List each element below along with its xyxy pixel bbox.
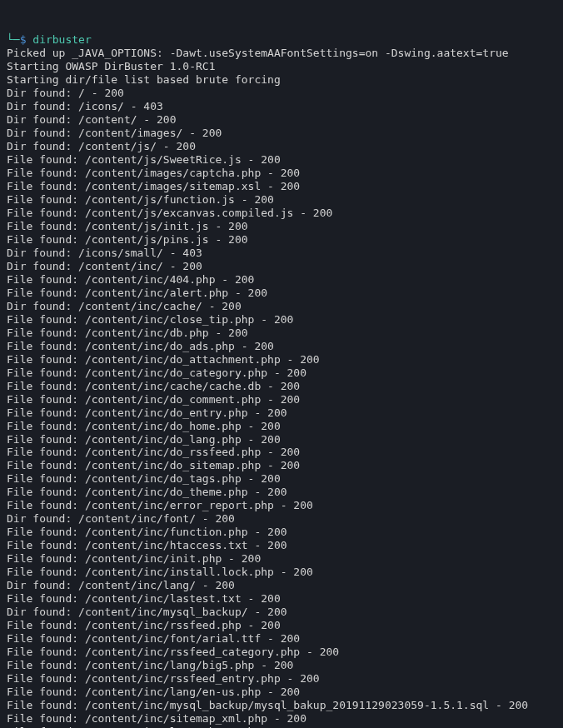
output-line: File found: /content/inc/rssfeed_categor… [7,646,556,659]
output-line: File found: /content/inc/do_sitemap.php … [7,459,556,472]
output-line: File found: /content/inc/cache/cache.db … [7,380,556,393]
output-line: File found: /content/js/excanvas.compile… [7,207,556,220]
output-line: File found: /content/inc/db.php - 200 [7,327,556,340]
output-line: Dir found: /icons/small/ - 403 [7,247,556,260]
output-line: File found: /content/inc/close_tip.php -… [7,313,556,327]
command-text: dirbuster [32,33,91,46]
output-line: File found: /content/inc/do_entry.php - … [7,406,556,420]
output-line: File found: /content/js/function.js - 20… [7,193,556,207]
output-line: File found: /content/inc/do_category.php… [7,366,556,380]
output-line: File found: /content/inc/sitemap_xml.php… [7,712,556,726]
output-line: File found: /content/inc/lang/big5.php -… [7,659,556,672]
output-line: Dir found: /content/inc/ - 200 [7,260,556,273]
output-line: File found: /content/inc/font/arial.ttf … [7,632,556,646]
output-line: File found: /content/inc/do_lang.php - 2… [7,433,556,446]
output-line: File found: /content/inc/error_report.ph… [7,499,556,512]
output-line: Dir found: /content/js/ - 200 [7,140,556,153]
output-line: File found: /content/inc/do_comment.php … [7,393,556,406]
output-line: File found: /content/images/captcha.php … [7,167,556,180]
output-line: File found: /content/inc/do_rssfeed.php … [7,446,556,459]
output-line: File found: /content/inc/lang/en-us.php … [7,686,556,699]
output-line: File found: /content/js/init.js - 200 [7,220,556,233]
output-line: Dir found: /content/inc/mysql_backup/ - … [7,606,556,619]
output-line: File found: /content/inc/do_home.php - 2… [7,420,556,433]
output-line: File found: /content/inc/do_ads.php - 20… [7,340,556,353]
output-line: Dir found: /content/inc/font/ - 200 [7,512,556,526]
output-line: File found: /content/js/SweetRice.js - 2… [7,153,556,167]
terminal-prompt: └─$ dirbuster [7,33,556,47]
prompt-tree: └─ [7,33,20,46]
output-line: File found: /content/inc/do_attachment.p… [7,353,556,366]
output-line: Dir found: / - 200 [7,87,556,100]
output-line: File found: /content/inc/mysql_backup/my… [7,699,556,712]
output-line: File found: /content/inc/htaccess.txt - … [7,539,556,552]
output-line: File found: /content/inc/do_theme.php - … [7,486,556,499]
output-line: Dir found: /content/ - 200 [7,113,556,127]
output-line: File found: /content/inc/lastest.txt - 2… [7,592,556,606]
output-line: File found: /content/images/sitemap.xsl … [7,180,556,193]
output-line: Starting dir/file list based brute forci… [7,73,556,87]
output-line: File found: /content/inc/rssfeed_entry.p… [7,672,556,686]
output-line: File found: /content/inc/init.php - 200 [7,552,556,566]
output-line: Picked up _JAVA_OPTIONS: -Dawt.useSystem… [7,47,556,60]
output-line: File found: /content/inc/rssfeed.php - 2… [7,619,556,632]
terminal-output: Picked up _JAVA_OPTIONS: -Dawt.useSystem… [7,47,556,728]
output-line: File found: /content/inc/alert.php - 200 [7,287,556,300]
output-line: File found: /content/inc/do_tags.php - 2… [7,472,556,486]
output-line: Dir found: /content/inc/cache/ - 200 [7,300,556,313]
output-line: Starting OWASP DirBuster 1.0-RC1 [7,60,556,73]
output-line: File found: /content/inc/install.lock.ph… [7,566,556,579]
output-line: Dir found: /content/images/ - 200 [7,127,556,140]
output-line: Dir found: /icons/ - 403 [7,100,556,113]
prompt-dollar: $ [20,33,27,46]
output-line: File found: /content/inc/function.php - … [7,526,556,539]
output-line: File found: /content/inc/404.php - 200 [7,273,556,287]
output-line: Dir found: /content/inc/lang/ - 200 [7,579,556,592]
output-line: File found: /content/js/pins.js - 200 [7,233,556,247]
